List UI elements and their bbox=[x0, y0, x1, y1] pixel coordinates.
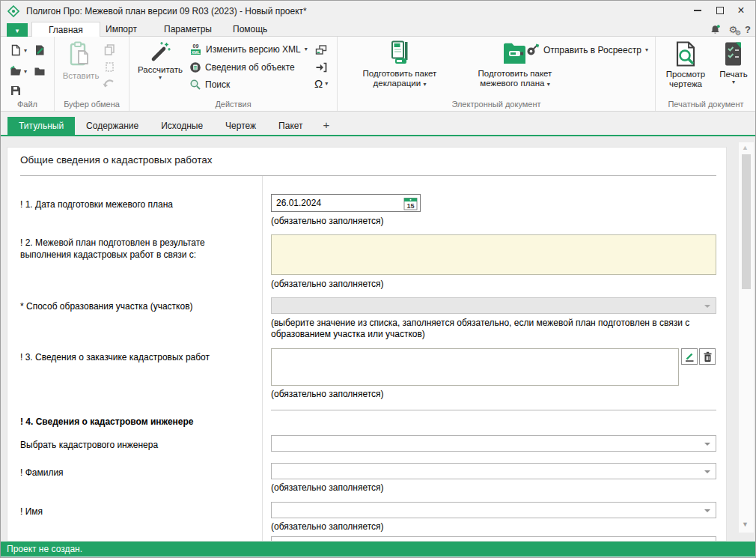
ribbon-group-edoc: Подготовить пакет декларации ▾ Подготови… bbox=[338, 37, 656, 111]
method-note: (выберите значение из списка, заполняетс… bbox=[271, 318, 716, 340]
svg-text:15: 15 bbox=[406, 201, 414, 209]
calendar-icon: 15 bbox=[403, 196, 418, 210]
name-field-label: ! Имя bbox=[20, 506, 249, 518]
open-project-icon[interactable] bbox=[10, 65, 22, 77]
plan-package-icon bbox=[501, 40, 529, 66]
search-item[interactable]: Поиск bbox=[189, 79, 230, 91]
ribbon-tab-import[interactable]: Импорт bbox=[89, 22, 153, 37]
doc-tab-drawing[interactable]: Чертеж bbox=[214, 117, 267, 135]
scroll-down-icon[interactable]: ▼ bbox=[742, 521, 749, 528]
copy-icon[interactable] bbox=[104, 44, 115, 55]
send-to-rosreestr-button[interactable]: Отправить в Росреестр ▾ bbox=[526, 43, 648, 56]
print-button[interactable]: Печать ▾ bbox=[716, 41, 752, 85]
title-divider bbox=[20, 175, 716, 176]
section-divider bbox=[271, 410, 716, 410]
vertical-scrollbar[interactable]: ▲ ▼ bbox=[739, 142, 754, 533]
group-label-printdoc: Печатный документ bbox=[656, 100, 756, 109]
close-button[interactable]: × bbox=[730, 1, 752, 20]
surname-select[interactable] bbox=[271, 463, 716, 479]
ribbon-tab-bar: ▾ Главная Импорт Параметры Помощь ⚙⚙ ? bbox=[1, 22, 755, 37]
doc-tab-source[interactable]: Исходные bbox=[150, 117, 214, 135]
main-menu-button[interactable]: ▾ bbox=[7, 23, 28, 37]
declaration-package-icon bbox=[385, 40, 414, 66]
settings-gear-icon[interactable]: ⚙⚙ bbox=[728, 24, 737, 35]
edit-project-icon[interactable] bbox=[34, 44, 46, 56]
calendar-button[interactable]: 15 bbox=[402, 195, 418, 210]
surname-field-label: ! Фамилия bbox=[20, 467, 249, 479]
change-xml-version-label: Изменить версию XML bbox=[206, 44, 301, 55]
preview-drawing-button[interactable]: Просмотр чертежа bbox=[659, 41, 713, 89]
calculate-button[interactable]: Рассчитать ▾ bbox=[135, 41, 185, 81]
next-field-partial[interactable] bbox=[271, 536, 716, 542]
notifications-bell-icon[interactable] bbox=[710, 24, 721, 35]
column-divider bbox=[262, 176, 263, 541]
doc-tab-title-page[interactable]: Титульный bbox=[7, 117, 75, 135]
change-xml-version-item[interactable]: 09XML Изменить версию XML ▾ bbox=[189, 44, 308, 55]
date-required-note: (обязательно заполняется) bbox=[271, 216, 720, 227]
trash-icon bbox=[702, 351, 713, 363]
name-chevron-icon bbox=[704, 509, 710, 512]
reason-textarea[interactable] bbox=[271, 234, 716, 275]
titlebar-quick-icons: ⚙⚙ ? bbox=[710, 22, 751, 37]
customer-delete-button[interactable] bbox=[699, 348, 716, 365]
group-label-actions: Действия bbox=[129, 100, 337, 109]
date-value: 26.01.2024 bbox=[272, 198, 402, 208]
symbol-omega-item[interactable]: Ω ▾ bbox=[314, 77, 328, 90]
minimize-icon bbox=[694, 10, 701, 11]
undo-icon[interactable] bbox=[103, 79, 115, 91]
open-project-dropdown-icon[interactable]: ▾ bbox=[24, 69, 27, 75]
titlebar: Полигон Про: Межевой план версии 09 R03 … bbox=[1, 1, 755, 22]
omega-icon: Ω bbox=[314, 77, 323, 90]
method-select[interactable] bbox=[271, 297, 716, 314]
surname-chevron-icon bbox=[704, 470, 710, 473]
xml-version-icon: 09XML bbox=[189, 44, 202, 55]
doc-tab-package[interactable]: Пакет bbox=[267, 117, 314, 135]
method-chevron-icon bbox=[704, 305, 710, 308]
help-icon[interactable]: ? bbox=[745, 24, 751, 35]
form-title: Общие сведения о кадастровых работах bbox=[20, 154, 213, 166]
date-input[interactable]: 26.01.2024 15 bbox=[271, 194, 421, 212]
minimize-button[interactable] bbox=[686, 1, 709, 20]
maximize-button[interactable] bbox=[709, 1, 731, 20]
reason-field-label: ! 2. Межевой план подготовлен в результа… bbox=[20, 237, 245, 261]
engineer-chevron-icon bbox=[704, 443, 710, 446]
ribbon-tab-help[interactable]: Помощь bbox=[216, 22, 284, 37]
customer-edit-button[interactable] bbox=[681, 348, 698, 365]
reason-required-note: (обязательно заполняется) bbox=[271, 279, 720, 290]
go-to-window-icon[interactable] bbox=[315, 61, 327, 73]
open-folder-icon[interactable] bbox=[34, 65, 46, 77]
paste-button[interactable]: Вставить bbox=[61, 41, 101, 81]
duplicate-window-icon[interactable] bbox=[315, 44, 327, 56]
paste-clipboard-icon bbox=[70, 41, 92, 68]
save-icon[interactable] bbox=[10, 85, 22, 97]
omega-dropdown-icon: ▾ bbox=[325, 81, 328, 87]
customer-required-note: (обязательно заполняется) bbox=[271, 389, 720, 400]
new-project-icon[interactable] bbox=[10, 44, 22, 56]
paste-special-icon[interactable] bbox=[104, 61, 115, 73]
engineer-select-label: Выбрать кадастрового инженера bbox=[20, 439, 249, 451]
scrollbar-thumb[interactable] bbox=[742, 154, 751, 289]
group-label-clipboard: Буфер обмена bbox=[55, 100, 129, 109]
print-dropdown-icon: ▾ bbox=[732, 79, 735, 85]
scroll-up-icon[interactable]: ▲ bbox=[742, 144, 749, 151]
add-tab-button[interactable]: + bbox=[314, 117, 339, 135]
method-field-label: * Способ образования участка (участков) bbox=[20, 300, 249, 312]
name-select[interactable] bbox=[271, 502, 716, 518]
ribbon-group-clipboard: Вставить Буфер обмена bbox=[55, 37, 129, 111]
ribbon: ▾ ▾ Файл bbox=[1, 37, 755, 112]
surname-required-note: (обязательно заполняется) bbox=[271, 482, 720, 494]
ribbon-group-printdoc: Просмотр чертежа Печать ▾ Печатный докум… bbox=[656, 37, 756, 111]
doc-tab-contents[interactable]: Содержание bbox=[75, 117, 150, 135]
ribbon-group-actions: Рассчитать ▾ 09XML Изменить версию XML ▾ bbox=[129, 37, 338, 111]
preview-drawing-icon bbox=[674, 41, 698, 67]
new-project-dropdown-icon[interactable]: ▾ bbox=[24, 48, 27, 54]
engineer-select[interactable] bbox=[271, 435, 716, 452]
paste-label: Вставить bbox=[63, 71, 100, 81]
calculate-dropdown-icon: ▾ bbox=[159, 75, 162, 81]
customer-textarea[interactable] bbox=[271, 348, 679, 386]
search-label: Поиск bbox=[205, 79, 230, 90]
date-field-label: ! 1. Дата подготовки межевого плана bbox=[20, 198, 249, 210]
app-logo-icon bbox=[7, 5, 19, 17]
object-info-item[interactable]: Сведения об объекте bbox=[189, 61, 295, 73]
prepare-declaration-package-button[interactable]: Подготовить пакет декларации ▾ bbox=[344, 40, 456, 88]
